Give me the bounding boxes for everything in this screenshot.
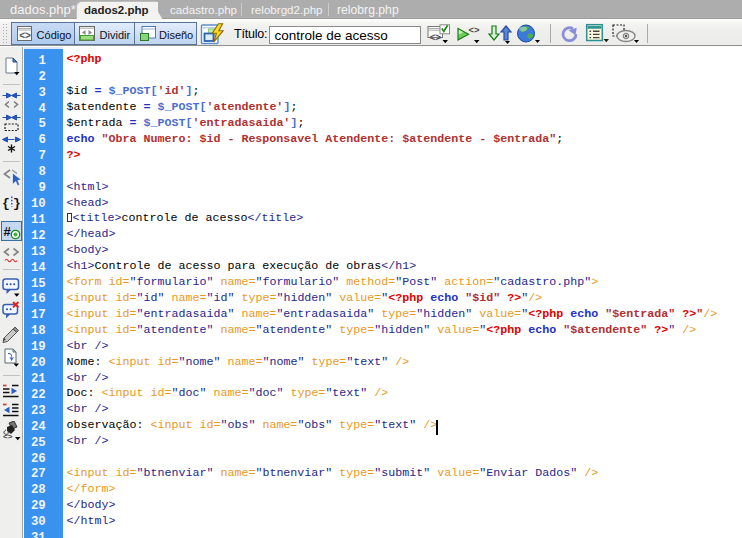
svg-text:<>: <> (19, 30, 31, 41)
svg-text:#: # (4, 224, 12, 239)
svg-text:<>: <> (3, 432, 13, 441)
svg-text:<>: <> (469, 24, 481, 35)
svg-text:}: } (13, 196, 21, 211)
svg-text:{: { (2, 196, 10, 211)
